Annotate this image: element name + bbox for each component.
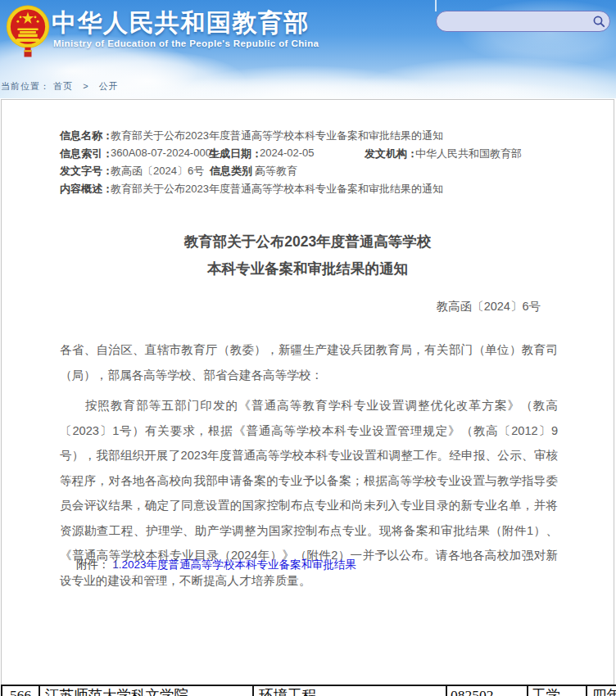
meta-value: 2024-02-05	[260, 147, 315, 159]
meta-value: 教高函〔2024〕6号	[111, 164, 204, 179]
meta-label: 信息索引：	[60, 147, 113, 161]
meta-value: 教育部关于公布2023年度普通高等学校本科专业备案和审批结果的通知	[111, 129, 443, 143]
search-input[interactable]	[437, 11, 588, 31]
meta-row-index: 信息索引： 360A08-07-2024-0001-1 生成日期： 2024-0…	[60, 147, 576, 165]
document-title: 教育部关于公布2023年度普通高等学校 本科专业备案和审批结果的通知	[2, 228, 614, 282]
document-panel: 信息名称： 教育部关于公布2023年度普通高等学校本科专业备案和审批结果的通知 …	[1, 99, 614, 696]
results-table-container: 566江苏师范大学科文学院环境工程082502工学四年567江苏师范大学科文学院…	[1, 685, 616, 696]
table-cell: 环境工程	[253, 685, 446, 696]
search-button[interactable]	[588, 11, 609, 31]
attachment-link[interactable]: 2023年度普通高等学校本科专业备案和审批结果	[122, 558, 357, 571]
meta-row-docnum: 发文字号： 教高函〔2024〕6号 信息类别： 高等教育	[60, 164, 576, 182]
search-box	[436, 11, 610, 32]
site-header: 中华人民共和国教育部 Ministry of Education of the …	[0, 0, 616, 98]
attachment-number: 1.	[112, 558, 121, 571]
site-subtitle: Ministry of Education of the People's Re…	[53, 38, 319, 48]
document-title-line2: 本科专业备案和审批结果的通知	[2, 255, 614, 282]
document-number: 教高函〔2024〕6号	[2, 299, 614, 314]
cloud-decoration	[180, 66, 426, 98]
attachment-table: 566江苏师范大学科文学院环境工程082502工学四年567江苏师范大学科文学院…	[1, 685, 616, 696]
china-national-emblem-icon	[6, 2, 50, 60]
breadcrumb: 当前位置： 首页 > 公开	[1, 80, 119, 93]
document-salutation: 各省、自治区、直辖市教育厅（教委），新疆生产建设兵团教育局，有关部门（单位）教育…	[60, 337, 558, 387]
breadcrumb-label: 当前位置：	[1, 81, 50, 91]
cloud-decoration	[459, 0, 616, 66]
table-cell: 工学	[528, 685, 587, 696]
site-title: 中华人民共和国教育部	[52, 7, 310, 40]
breadcrumb-home-link[interactable]: 首页	[53, 81, 73, 91]
page: 中华人民共和国教育部 Ministry of Education of the …	[0, 0, 616, 696]
search-icon	[592, 15, 605, 28]
table-cell: 四年	[587, 685, 616, 696]
breadcrumb-separator: >	[83, 81, 88, 91]
document-title-line1: 教育部关于公布2023年度普通高等学校	[2, 228, 614, 255]
meta-label: 生成日期：	[209, 147, 262, 161]
meta-row-name: 信息名称： 教育部关于公布2023年度普通高等学校本科专业备案和审批结果的通知	[60, 129, 576, 147]
attachment-label: 附件：	[76, 558, 110, 571]
results-table-body: 566江苏师范大学科文学院环境工程082502工学四年567江苏师范大学科文学院…	[2, 685, 616, 696]
meta-value: 教育部关于公布2023年度普通高等学校本科专业备案和审批结果的通知	[111, 182, 443, 197]
meta-label: 发文机构：	[365, 147, 418, 161]
table-cell: 江苏师范大学科文学院	[39, 685, 253, 696]
meta-value: 中华人民共和国教育部	[415, 147, 522, 161]
cloud-decoration	[360, 57, 616, 98]
attachment-line: 附件： 1.2023年度普通高等学校本科专业备案和审批结果	[76, 558, 356, 572]
meta-label: 发文字号：	[60, 164, 113, 179]
meta-label: 内容概述：	[60, 182, 113, 197]
table-row: 566江苏师范大学科文学院环境工程082502工学四年	[2, 685, 616, 696]
meta-row-summary: 内容概述： 教育部关于公布2023年度普通高等学校本科专业备案和审批结果的通知	[60, 182, 576, 200]
meta-label: 信息名称：	[60, 129, 113, 143]
header-divider	[435, 0, 437, 11]
table-cell: 566	[2, 685, 39, 696]
meta-value: 高等教育	[255, 164, 297, 179]
document-meta: 信息名称： 教育部关于公布2023年度普通高等学校本科专业备案和审批结果的通知 …	[60, 129, 576, 199]
table-cell: 082502	[446, 685, 528, 696]
breadcrumb-current-link[interactable]: 公开	[99, 81, 119, 91]
